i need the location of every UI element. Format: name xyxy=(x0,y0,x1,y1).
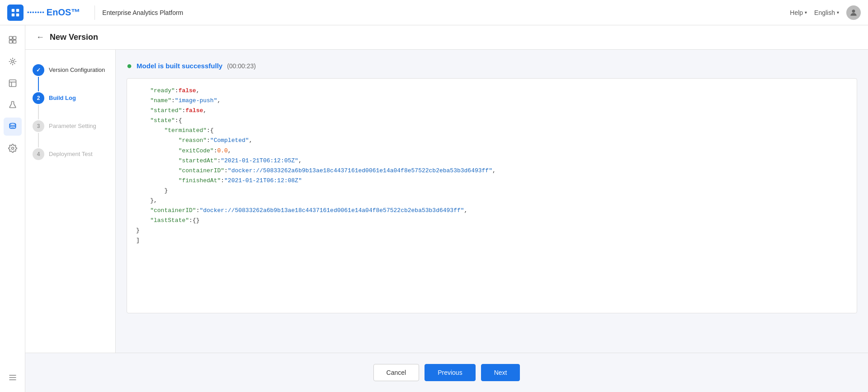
step-2: 2 Build Log xyxy=(33,92,108,120)
user-avatar[interactable] xyxy=(846,5,861,20)
nav-right: Help ▾ English ▾ xyxy=(790,5,861,20)
svg-rect-6 xyxy=(13,37,16,40)
step-1-label: Version Configuration xyxy=(49,64,105,74)
sidebar-item-analytics[interactable] xyxy=(4,52,22,71)
log-line: } xyxy=(136,226,848,236)
top-nav: ••••••• EnOS™ Enterprise Analytics Platf… xyxy=(0,0,868,25)
svg-point-13 xyxy=(9,123,15,126)
step-2-label: Build Log xyxy=(49,92,76,102)
page-header: ← New Version xyxy=(25,25,868,50)
step-3: 3 Parameter Setting xyxy=(33,120,108,148)
success-icon: ● xyxy=(127,61,132,71)
next-button[interactable]: Next xyxy=(481,364,520,381)
step-1-circle: ✓ xyxy=(33,64,44,76)
svg-rect-5 xyxy=(9,37,12,40)
bottom-actions: Cancel Previous Next xyxy=(25,353,868,392)
step-2-indicator: 2 xyxy=(33,92,44,120)
step-1-line xyxy=(38,77,39,91)
log-line: "terminated":{ xyxy=(136,126,848,136)
step-3-indicator: 3 xyxy=(33,120,44,148)
log-line: "finishedAt":"2021-01-21T06:12:08Z" xyxy=(136,176,848,186)
logo: ••••••• EnOS™ xyxy=(7,5,80,21)
content-area: ← New Version ✓ Version Configuration xyxy=(25,25,868,392)
svg-point-9 xyxy=(11,61,14,63)
log-line: }, xyxy=(136,196,848,206)
previous-button[interactable]: Previous xyxy=(425,364,475,381)
step-1: ✓ Version Configuration xyxy=(33,64,108,92)
sidebar-item-home[interactable] xyxy=(4,31,22,49)
language-selector[interactable]: English ▾ xyxy=(814,9,839,16)
log-line: "state":{ xyxy=(136,116,848,126)
step-3-label: Parameter Setting xyxy=(49,120,96,130)
sidebar-item-menu[interactable] xyxy=(4,368,22,387)
main-content: ● Model is built successfully (00:00:23)… xyxy=(116,50,868,353)
log-line: "name":"image-push", xyxy=(136,96,848,106)
log-line: "startedAt":"2021-01-21T06:12:05Z", xyxy=(136,156,848,166)
lang-caret: ▾ xyxy=(837,10,839,15)
log-line: ] xyxy=(136,236,848,246)
log-line: "started":false, xyxy=(136,106,848,116)
sidebar-bottom xyxy=(4,368,22,387)
svg-rect-1 xyxy=(16,9,19,11)
sidebar-item-data[interactable] xyxy=(4,118,22,136)
log-line: "containerID":"docker://50833262a6b9b13a… xyxy=(136,206,848,216)
log-line: } xyxy=(136,186,848,196)
step-3-line xyxy=(38,133,39,147)
svg-rect-10 xyxy=(9,80,16,87)
log-box[interactable]: "ready":false, "name":"image-push", "sta… xyxy=(127,78,857,313)
steps-content: ✓ Version Configuration 2 Build Log xyxy=(25,50,868,353)
step-4: 4 Deployment Test xyxy=(33,148,108,160)
svg-point-14 xyxy=(11,147,14,150)
log-line: "lastState":{} xyxy=(136,216,848,226)
log-line: "exitCode":0.0, xyxy=(136,146,848,156)
nav-divider xyxy=(94,5,95,20)
steps-sidebar: ✓ Version Configuration 2 Build Log xyxy=(25,50,116,353)
svg-rect-3 xyxy=(16,13,19,16)
sidebar-item-dashboard[interactable] xyxy=(4,74,22,92)
step-1-indicator: ✓ xyxy=(33,64,44,92)
success-time: (00:00:23) xyxy=(227,62,256,70)
brand-name: EnOS™ xyxy=(47,7,80,18)
help-caret: ▾ xyxy=(805,10,807,15)
step-4-indicator: 4 xyxy=(33,148,44,160)
svg-rect-7 xyxy=(9,40,12,43)
log-line: "ready":false, xyxy=(136,86,848,96)
cancel-button[interactable]: Cancel xyxy=(373,364,420,381)
sidebar-item-lab[interactable] xyxy=(4,96,22,114)
sidebar-icons xyxy=(0,25,25,392)
svg-rect-8 xyxy=(13,40,16,43)
step-2-circle: 2 xyxy=(33,92,44,104)
sidebar-item-settings[interactable] xyxy=(4,139,22,157)
svg-rect-2 xyxy=(12,13,14,16)
success-text: Model is built successfully xyxy=(137,62,222,70)
main-layout: ← New Version ✓ Version Configuration xyxy=(0,25,868,392)
back-button[interactable]: ← xyxy=(36,33,44,42)
page-title: New Version xyxy=(50,33,98,42)
help-button[interactable]: Help ▾ xyxy=(790,9,807,16)
platform-name: Enterprise Analytics Platform xyxy=(102,9,790,16)
log-line: "reason":"Completed", xyxy=(136,136,848,146)
svg-rect-0 xyxy=(12,9,14,11)
success-banner: ● Model is built successfully (00:00:23) xyxy=(127,61,857,71)
step-3-circle: 3 xyxy=(33,120,44,132)
logo-icon xyxy=(7,5,24,21)
log-line: "containerID":"docker://50833262a6b9b13a… xyxy=(136,166,848,176)
step-4-label: Deployment Test xyxy=(49,148,93,158)
step-2-line xyxy=(38,105,39,119)
step-4-circle: 4 xyxy=(33,148,44,160)
svg-point-4 xyxy=(852,9,855,13)
logo-text: ••••••• EnOS™ xyxy=(27,7,80,18)
